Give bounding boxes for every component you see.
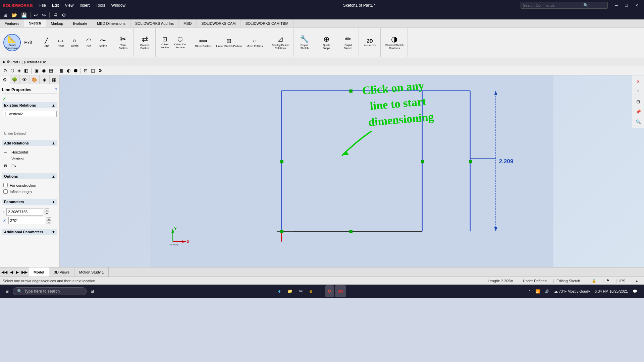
instant2d-button[interactable]: 2D Instant2D bbox=[362, 37, 378, 48]
menu-window[interactable]: Window bbox=[108, 2, 128, 9]
offset-entities-button[interactable]: ⊡ OffsetEntities bbox=[158, 35, 172, 50]
move-entities-button[interactable]: ↔ Move Entities bbox=[245, 37, 265, 49]
rt-close-button[interactable]: ✕ bbox=[634, 77, 643, 86]
linear-sketch-pattern-button[interactable]: ⊞ Linear Sketch Pattern bbox=[214, 37, 244, 49]
tab-mbd-dimensions[interactable]: MBD Dimensions bbox=[92, 19, 130, 27]
minimize-button[interactable]: ─ bbox=[612, 2, 621, 9]
sys-tray-network[interactable]: 📶 bbox=[534, 289, 541, 294]
tab-model[interactable]: Model bbox=[29, 267, 49, 277]
add-relations-collapse[interactable]: ▲ bbox=[52, 141, 55, 145]
menu-tools[interactable]: Tools bbox=[93, 2, 108, 9]
sys-tray-chevron[interactable]: ^ bbox=[528, 289, 532, 294]
options-collapse[interactable]: ▲ bbox=[52, 174, 55, 178]
vt-btn-5[interactable]: ▣ bbox=[33, 67, 40, 74]
rectangle-button[interactable]: ▭ Rect bbox=[54, 36, 67, 49]
restore-button[interactable]: ❐ bbox=[622, 2, 631, 9]
fix-relation-button[interactable]: ⊠ Fix bbox=[3, 162, 57, 169]
for-construction-checkbox[interactable] bbox=[3, 183, 8, 187]
qa-new[interactable]: ⊞ bbox=[2, 12, 9, 18]
vt-btn-settings[interactable]: ⚙ bbox=[97, 67, 104, 74]
breadcrumb-config[interactable]: (Default<<De... bbox=[24, 60, 49, 64]
menu-view[interactable]: View bbox=[62, 2, 76, 9]
tab-nav-next[interactable]: ▶ bbox=[14, 267, 20, 277]
taskbar-search-input[interactable] bbox=[24, 289, 74, 294]
parameters-collapse[interactable]: ▲ bbox=[52, 200, 55, 204]
tab-nav-first[interactable]: ◀◀ bbox=[0, 267, 9, 277]
line-button[interactable]: ╱ Line bbox=[40, 36, 53, 49]
additional-parameters-header[interactable]: Additional Parameters ▼ bbox=[2, 229, 57, 235]
search-commands-area[interactable]: 🔍 bbox=[521, 2, 608, 9]
quick-snaps-button[interactable]: ⊕ QuickSnaps bbox=[318, 34, 335, 51]
accept-button[interactable]: ✓ bbox=[2, 96, 6, 102]
lp-tab-tree[interactable]: 🌳 bbox=[10, 75, 20, 84]
taskbar-explorer[interactable]: 📁 bbox=[285, 285, 295, 297]
vt-btn-7[interactable]: ▤ bbox=[48, 67, 54, 74]
tab-mbd[interactable]: MBD bbox=[179, 19, 197, 27]
mirror-entities-button[interactable]: ⟺ Mirror Entities bbox=[193, 37, 213, 49]
parameters-header[interactable]: Parameters ▲ bbox=[2, 199, 57, 205]
horizontal-relation-button[interactable]: ─ Horizontal bbox=[3, 149, 57, 156]
convert-entities-button[interactable]: ⇄ ConvertEntities bbox=[137, 34, 153, 51]
vt-btn-10[interactable]: ⬢ bbox=[72, 67, 79, 74]
angle-increment[interactable]: ▲ bbox=[47, 217, 51, 221]
lp-tab-display[interactable]: 👁 bbox=[20, 75, 30, 84]
vt-btn-3[interactable]: ◈ bbox=[16, 67, 22, 74]
vt-btn-4[interactable]: ◧ bbox=[23, 67, 30, 74]
lp-tab-appearances[interactable]: 🎨 bbox=[30, 75, 40, 84]
qa-redo[interactable]: ↪ bbox=[41, 12, 47, 18]
menu-file[interactable]: File bbox=[37, 2, 49, 9]
help-icon[interactable]: ? bbox=[55, 87, 57, 92]
existing-relations-header[interactable]: Existing Relations ▲ bbox=[2, 102, 57, 108]
vt-btn-9[interactable]: ◐ bbox=[65, 67, 72, 74]
additional-parameters-expand[interactable]: ▼ bbox=[52, 230, 55, 234]
smart-dimension-button[interactable]: 📐 SmartDimension bbox=[3, 34, 21, 51]
qa-open[interactable]: 📂 bbox=[10, 12, 18, 18]
existing-relations-collapse[interactable]: ▲ bbox=[52, 103, 55, 107]
breadcrumb-part[interactable]: Part1 bbox=[11, 60, 20, 64]
qa-save[interactable]: 💾 bbox=[20, 12, 28, 18]
search-commands-input[interactable] bbox=[523, 3, 583, 7]
rapid-sketch-button[interactable]: ✏ RapidSketch bbox=[340, 34, 357, 51]
tab-nav-last[interactable]: ▶▶ bbox=[20, 267, 29, 277]
tab-nav-prev[interactable]: ◀ bbox=[9, 267, 14, 277]
sys-tray-weather[interactable]: ☁ 73°F Mostly cloudy bbox=[553, 289, 591, 294]
tab-sketch[interactable]: Sketch bbox=[24, 19, 46, 27]
tab-solidworks-cam[interactable]: SOLIDWORKS CAM bbox=[197, 19, 240, 27]
start-button[interactable]: ⊞ bbox=[3, 285, 11, 297]
vt-btn-11[interactable]: ⊡ bbox=[83, 67, 89, 74]
angle-decrement[interactable]: ▼ bbox=[47, 221, 51, 224]
infinite-length-checkbox[interactable] bbox=[3, 189, 8, 194]
infinite-length-label[interactable]: Infinite length bbox=[10, 190, 32, 194]
tab-features[interactable]: Features bbox=[0, 19, 24, 27]
vt-btn-6[interactable]: ◉ bbox=[41, 67, 47, 74]
taskbar-search[interactable]: 🔍 bbox=[13, 287, 87, 295]
vt-btn-1[interactable]: ⊙ bbox=[2, 67, 8, 74]
rt-ok-button[interactable]: ⊞ bbox=[634, 97, 643, 106]
lp-tab-properties[interactable]: ⚙ bbox=[0, 75, 10, 84]
vertical-relation-button[interactable]: │ Vertical bbox=[3, 156, 57, 162]
add-relations-header[interactable]: Add Relations ▲ bbox=[2, 140, 57, 146]
vt-btn-12[interactable]: ◫ bbox=[90, 67, 96, 74]
taskbar-spotify[interactable]: ♪ bbox=[317, 285, 324, 297]
tab-evaluate[interactable]: Evaluate bbox=[68, 19, 92, 27]
rt-pin-button[interactable]: 📌 bbox=[634, 107, 643, 116]
length-input[interactable] bbox=[6, 208, 43, 216]
canvas-area[interactable]: 2.209 Y bbox=[60, 75, 644, 267]
vertical2-relation[interactable]: │ Vertical2 bbox=[3, 111, 57, 117]
menu-edit[interactable]: Edit bbox=[49, 2, 62, 9]
vt-btn-2[interactable]: ⬡ bbox=[9, 67, 15, 74]
shaded-sketch-contours-button[interactable]: ◑ Shaded SketchContours bbox=[383, 34, 406, 51]
for-construction-label[interactable]: For construction bbox=[10, 183, 36, 187]
tab-markup[interactable]: Markup bbox=[46, 19, 68, 27]
notification-button[interactable]: 💬 bbox=[631, 289, 639, 294]
repair-sketch-button[interactable]: 🔧 RepairSketch bbox=[296, 34, 313, 51]
clock-display[interactable]: 6:34 PM 10/25/2021 bbox=[593, 289, 629, 294]
lp-tab-scenes[interactable]: ◈ bbox=[40, 75, 50, 84]
taskbar-solidworks[interactable]: SW bbox=[335, 285, 346, 297]
tab-solidworks-addins[interactable]: SOLIDWORKS Add-Ins bbox=[130, 19, 179, 27]
rt-accept-button[interactable]: ? bbox=[634, 87, 643, 96]
sys-tray-volume[interactable]: 🔊 bbox=[543, 289, 551, 294]
length-increment[interactable]: ▲ bbox=[45, 208, 49, 212]
options-header[interactable]: Options ▲ bbox=[2, 173, 57, 179]
trim-entities-button[interactable]: ✂ TrimEntities bbox=[115, 34, 131, 51]
